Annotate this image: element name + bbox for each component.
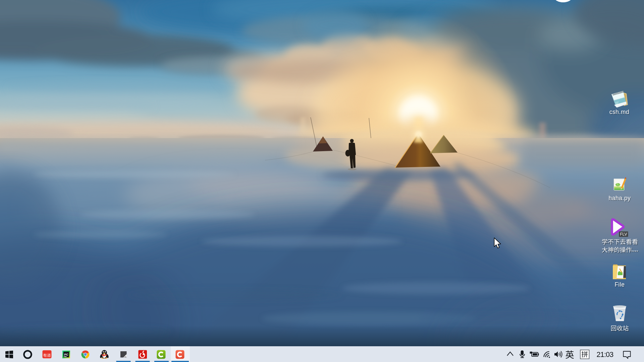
svg-text:haha.py: haha.py bbox=[609, 195, 631, 201]
svg-text:21:03: 21:03 bbox=[597, 351, 614, 359]
svg-text:FLV: FLV bbox=[620, 232, 627, 237]
svg-text:PC: PC bbox=[64, 353, 68, 356]
svg-text:csh.md: csh.md bbox=[609, 109, 629, 115]
svg-text:File: File bbox=[614, 281, 625, 288]
